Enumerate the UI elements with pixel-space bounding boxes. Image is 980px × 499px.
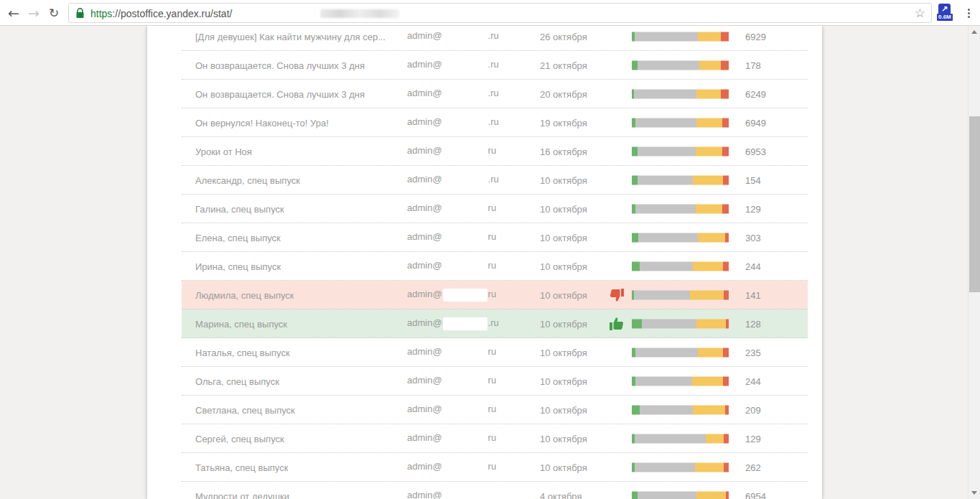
- email-user: admin@: [407, 432, 442, 443]
- campaign-name: Галина, спец выпуск: [195, 203, 284, 214]
- extension-button[interactable]: ↗ 0.6M: [938, 4, 952, 22]
- email-user: admin@: [407, 346, 442, 357]
- email-redaction: [443, 404, 487, 416]
- delivery-stats-bar: [632, 434, 729, 443]
- delivery-stats-bar: [632, 32, 729, 41]
- bar-segment-gray: [635, 462, 695, 472]
- back-icon[interactable]: ←: [4, 4, 23, 22]
- bookmark-star-icon[interactable]: ☆: [915, 6, 925, 20]
- bar-segment-red: [724, 462, 729, 472]
- email-cell: admin@.ru: [407, 116, 499, 129]
- delivery-stats-bar: [632, 118, 729, 127]
- table-row[interactable]: Мудрости от дедушкиadmin@4 октября6954: [182, 482, 808, 499]
- recipient-count: 209: [745, 404, 761, 415]
- email-suffix: ru: [488, 231, 497, 242]
- email-user: admin@: [407, 145, 442, 156]
- delivery-stats-bar: [632, 175, 729, 185]
- bar-segment-red: [722, 204, 729, 213]
- send-date: 4 октября: [540, 490, 582, 499]
- table-row[interactable]: Уроки от Нояadmin@ru16 октября6953: [182, 137, 808, 166]
- bar-segment-gray: [640, 405, 693, 414]
- table-row[interactable]: Он возвращается. Снова лучших 3 дняadmin…: [182, 51, 808, 80]
- bar-segment-yellow: [706, 434, 724, 443]
- thumbs-up-icon[interactable]: [608, 315, 625, 332]
- thumbs-down-icon[interactable]: [608, 286, 625, 304]
- bar-segment-green: [632, 175, 638, 185]
- email-user: admin@: [407, 30, 442, 41]
- bar-segment-gray: [634, 89, 697, 98]
- email-user: admin@: [407, 375, 442, 386]
- campaign-name: [Для девушек] Как найти мужчину для сер.…: [195, 31, 386, 42]
- bar-segment-red: [723, 175, 729, 185]
- email-user: admin@: [407, 231, 442, 242]
- table-row[interactable]: Наталья, спец выпускadmin@ru10 октября23…: [182, 338, 808, 367]
- bar-segment-red: [723, 261, 729, 271]
- recipient-count: 154: [745, 174, 761, 185]
- campaign-name: Мудрости от дедушки: [195, 490, 289, 499]
- url-text: https://postoffice.yandex.ru/stat/: [90, 8, 232, 19]
- email-cell: admin@ru: [407, 202, 496, 215]
- table-row[interactable]: Ольга, спец выпускadmin@ru10 октября244: [182, 367, 808, 396]
- delivery-stats-bar: [632, 204, 729, 213]
- send-date: 19 октября: [540, 117, 587, 128]
- scrollbar-down-icon[interactable]: [969, 487, 980, 499]
- send-date: 10 октября: [540, 261, 587, 271]
- table-row[interactable]: Сергей, спец выпускadmin@ru10 октября129: [182, 424, 808, 453]
- recipient-count: 6949: [745, 117, 766, 128]
- scrollbar-thumb[interactable]: [969, 116, 980, 292]
- email-cell: admin@ru: [407, 260, 496, 273]
- table-row[interactable]: Он вернулся! Наконец-то! Ура!admin@.ru19…: [182, 108, 808, 137]
- campaign-name: Александр, спец выпуск: [195, 174, 300, 185]
- table-row[interactable]: [Для девушек] Как найти мужчину для сер.…: [182, 26, 808, 51]
- recipient-count: 262: [745, 462, 761, 472]
- email-redaction: [443, 317, 487, 330]
- table-row[interactable]: Светлана, спец выпускadmin@ru10 октября2…: [182, 396, 808, 424]
- send-date: 10 октября: [540, 433, 587, 444]
- table-row[interactable]: Елена, спец выпускadmin@ru10 октября303: [182, 223, 808, 252]
- table-row[interactable]: Марина, спец выпускadmin@.ru10 октября12…: [182, 309, 808, 338]
- chrome-menu-icon[interactable]: [962, 4, 975, 22]
- email-redaction: [443, 490, 487, 499]
- bar-segment-green: [632, 491, 638, 499]
- email-suffix: .ru: [488, 30, 499, 41]
- bar-segment-yellow: [693, 405, 725, 414]
- email-cell: admin@ru: [407, 145, 496, 158]
- email-suffix: ru: [488, 461, 497, 472]
- scrollbar-up-icon[interactable]: [969, 26, 980, 38]
- email-redaction: [443, 202, 487, 215]
- send-date: 10 октября: [540, 347, 587, 358]
- email-redaction: [443, 116, 487, 129]
- table-row[interactable]: Он возвращается. Снова лучших 3 дняadmin…: [182, 80, 808, 108]
- bar-segment-gray: [635, 348, 697, 357]
- bar-segment-gray: [638, 233, 697, 242]
- table-row[interactable]: Татьяна, спец выпускadmin@ru10 октября26…: [182, 453, 808, 482]
- recipient-count: 6954: [745, 490, 766, 499]
- table-row[interactable]: Ирина, спец выпускadmin@ru10 октября244: [182, 252, 808, 281]
- bar-segment-yellow: [696, 89, 721, 98]
- reload-icon[interactable]: ↻: [45, 4, 63, 22]
- email-redaction: [443, 59, 487, 72]
- secure-lock-icon[interactable]: [76, 8, 84, 22]
- bar-segment-red: [722, 118, 729, 127]
- email-suffix: .ru: [488, 174, 499, 185]
- recipient-count: 129: [745, 203, 761, 214]
- send-date: 10 октября: [540, 318, 587, 329]
- table-row[interactable]: Людмила, спец выпускadmin@ru10 октября14…: [182, 281, 808, 309]
- address-bar[interactable]: https://postoffice.yandex.ru/stat/ ☆: [68, 3, 932, 23]
- email-cell: admin@ru: [407, 404, 496, 416]
- table-row[interactable]: Галина, спец выпускadmin@ru10 октября129: [182, 195, 808, 223]
- bar-segment-gray: [634, 290, 690, 299]
- email-suffix: .ru: [488, 88, 499, 98]
- bar-segment-gray: [638, 146, 696, 156]
- email-suffix: ru: [488, 375, 497, 386]
- send-date: 21 октября: [540, 60, 587, 70]
- extension-badge: 0.6M: [937, 14, 953, 21]
- campaign-name: Уроки от Ноя: [195, 146, 252, 157]
- table-row[interactable]: Александр, спец выпускadmin@.ru10 октябр…: [182, 166, 808, 195]
- page-scrollbar[interactable]: [968, 26, 980, 499]
- delivery-stats-bar: [632, 261, 729, 271]
- email-cell: admin@ru: [407, 231, 496, 244]
- send-date: 20 октября: [540, 88, 587, 99]
- browser-toolbar: ← → ↻ https://postoffice.yandex.ru/stat/…: [0, 0, 980, 26]
- email-suffix: ru: [488, 145, 497, 156]
